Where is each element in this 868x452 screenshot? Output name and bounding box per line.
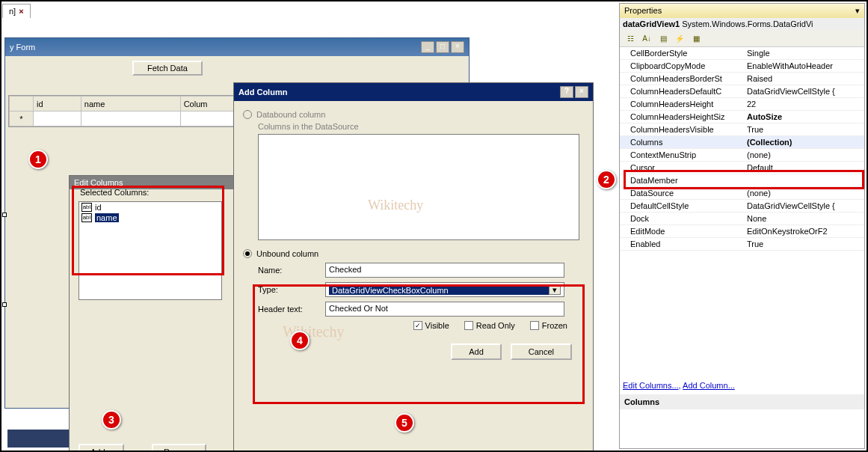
datasource-columns-list: [258, 134, 579, 240]
property-value[interactable]: True: [747, 125, 864, 134]
property-row[interactable]: ColumnHeadersVisibleTrue: [620, 123, 864, 136]
property-row[interactable]: EditModeEditOnKeystrokeOrF2: [620, 225, 864, 238]
close-icon[interactable]: ×: [575, 86, 588, 98]
fetch-data-button[interactable]: Fetch Data: [132, 61, 203, 76]
property-name: DataSource: [620, 189, 747, 198]
property-name: ColumnHeadersHeight: [620, 100, 747, 109]
datasource-columns-label: Columns in the DataSource: [258, 122, 584, 131]
grid-corner[interactable]: [10, 97, 34, 112]
name-input[interactable]: Checked: [325, 263, 564, 278]
property-value[interactable]: 22: [747, 100, 864, 109]
property-name: ClipboardCopyMode: [620, 61, 747, 70]
property-name: Enabled: [620, 239, 747, 248]
edit-columns-link[interactable]: Edit Columns...: [623, 381, 679, 390]
selected-object[interactable]: dataGridView1 System.Windows.Forms.DataG…: [620, 18, 864, 30]
property-row[interactable]: ColumnHeadersHeight22: [620, 98, 864, 111]
property-value[interactable]: AutoSize: [747, 112, 864, 121]
resize-handle[interactable]: [2, 302, 7, 307]
add-column-titlebar[interactable]: Add Column ? ×: [234, 83, 593, 101]
property-name: EditMode: [620, 227, 747, 236]
databound-label: Databound column: [256, 110, 325, 119]
cell[interactable]: [81, 112, 180, 126]
property-value[interactable]: None: [747, 214, 864, 223]
radio-icon: [243, 110, 252, 119]
add-column-link[interactable]: Add Column...: [683, 381, 735, 390]
property-name: ColumnHeadersBorderSt: [620, 74, 747, 83]
resize-handle[interactable]: [2, 213, 7, 217]
property-description: [620, 409, 864, 448]
form-title-text: y Form: [10, 43, 419, 52]
property-row[interactable]: Columns(Collection): [620, 136, 864, 149]
property-value[interactable]: Single: [747, 49, 864, 58]
callout-box-1: [72, 186, 224, 275]
categorize-icon[interactable]: ☷: [623, 31, 638, 45]
unbound-radio[interactable]: Unbound column: [243, 249, 584, 258]
property-name: Dock: [620, 214, 747, 223]
property-row[interactable]: ColumnHeadersHeightSizAutoSize: [620, 111, 864, 123]
designer-verbs: Edit Columns..., Add Column...: [620, 376, 864, 394]
properties-title[interactable]: Properties ▾: [620, 4, 864, 18]
property-value[interactable]: (Collection): [747, 138, 864, 147]
maximize-icon[interactable]: □: [436, 41, 449, 53]
property-value[interactable]: DataGridViewCellStyle {: [747, 201, 864, 210]
property-name: ContextMenuStrip: [620, 150, 747, 159]
databound-radio: Databound column: [243, 110, 584, 119]
property-name: CellBorderStyle: [620, 49, 747, 58]
form-titlebar[interactable]: y Form _ □ ×: [5, 38, 469, 56]
property-value[interactable]: True: [747, 239, 864, 248]
grid-col-name[interactable]: name: [81, 97, 180, 112]
property-row[interactable]: EnabledTrue: [620, 238, 864, 251]
row-header[interactable]: *: [10, 112, 34, 126]
property-name: ColumnHeadersHeightSiz: [620, 112, 747, 121]
property-name: ColumnHeadersDefaultC: [620, 87, 747, 96]
tab-label: n]: [9, 7, 16, 16]
pin-icon[interactable]: ▾: [855, 6, 860, 16]
callout-badge: 5: [395, 413, 414, 433]
property-row[interactable]: CellBorderStyleSingle: [620, 47, 864, 60]
close-icon[interactable]: ×: [19, 7, 23, 16]
callout-badge: 1: [28, 150, 48, 169]
add-button[interactable]: Add...: [79, 444, 124, 452]
close-icon[interactable]: ×: [451, 41, 464, 53]
help-icon[interactable]: ?: [560, 86, 573, 98]
remove-button[interactable]: Remove: [152, 444, 206, 452]
property-row[interactable]: DockNone: [620, 213, 864, 225]
property-description-header: Columns: [620, 394, 864, 409]
events-icon[interactable]: ⚡: [672, 31, 687, 45]
properties-title-text: Properties: [624, 6, 855, 16]
property-value[interactable]: (none): [747, 150, 864, 159]
property-value[interactable]: EnableWithAutoHeader: [747, 61, 864, 70]
property-row[interactable]: ContextMenuStrip(none): [620, 149, 864, 162]
property-value[interactable]: EditOnKeystrokeOrF2: [747, 227, 864, 236]
callout-badge: 4: [290, 331, 310, 350]
property-row[interactable]: ColumnHeadersBorderStRaised: [620, 73, 864, 85]
property-pages-icon[interactable]: ▦: [689, 31, 704, 45]
callout-box-2: [624, 170, 864, 189]
cell[interactable]: [34, 112, 81, 126]
callout-badge: 3: [102, 410, 121, 430]
property-name: DefaultCellStyle: [620, 201, 747, 210]
name-label: Name:: [258, 266, 325, 275]
properties-icon[interactable]: ▤: [656, 31, 671, 45]
radio-icon: [243, 249, 252, 258]
minimize-icon[interactable]: _: [421, 41, 434, 53]
properties-panel: Properties ▾ dataGridView1 System.Window…: [619, 3, 865, 449]
property-name: ColumnHeadersVisible: [620, 125, 747, 134]
property-row[interactable]: ColumnHeadersDefaultCDataGridViewCellSty…: [620, 85, 864, 98]
callout-badge: 2: [597, 170, 616, 189]
properties-list[interactable]: CellBorderStyleSingleClipboardCopyModeEn…: [620, 47, 864, 376]
unbound-label: Unbound column: [256, 249, 318, 258]
property-row[interactable]: ClipboardCopyModeEnableWithAutoHeader: [620, 60, 864, 73]
property-value[interactable]: (none): [747, 189, 864, 198]
properties-toolbar: ☷ A↓ ▤ ⚡ ▦: [620, 30, 864, 47]
alpha-sort-icon[interactable]: A↓: [639, 31, 654, 45]
document-tab[interactable]: n] ×: [2, 4, 31, 18]
add-column-title-text: Add Column: [238, 88, 558, 97]
property-value[interactable]: Raised: [747, 74, 864, 83]
property-value[interactable]: DataGridViewCellStyle {: [747, 87, 864, 96]
property-row[interactable]: DefaultCellStyleDataGridViewCellStyle {: [620, 200, 864, 213]
property-name: Columns: [620, 138, 747, 147]
grid-col-id[interactable]: id: [34, 97, 81, 112]
